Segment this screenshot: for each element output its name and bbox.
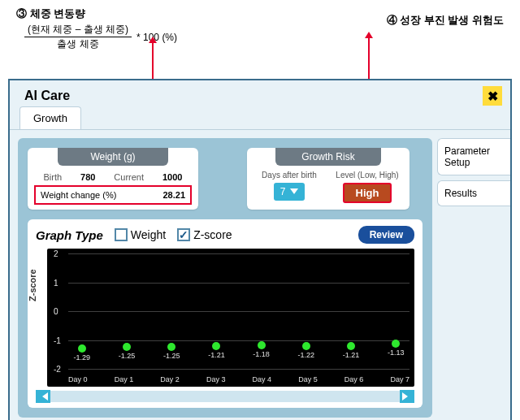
data-point [212,342,220,350]
days-dropdown[interactable]: 7 [274,183,306,201]
scroll-left-button[interactable] [36,390,50,403]
panel-title: AI Care [18,85,76,106]
data-point [123,343,131,351]
tab-growth[interactable]: Growth [20,106,81,129]
data-point [258,341,266,349]
annotation-4-title: ④ 성장 부진 발생 위험도 [387,13,504,51]
growth-risk-card: Growth Risk Days after birth 7 Level (Lo… [247,148,410,210]
chevron-down-icon [290,188,298,198]
data-point-label: -1.21 [343,351,360,359]
data-point-label: -1.29 [74,353,91,362]
close-button[interactable]: ✖ [483,86,502,106]
data-point [167,343,176,351]
gridline [68,253,410,254]
risk-level-badge: High [343,183,392,203]
data-point-label: -1.25 [163,352,180,360]
data-point [78,344,86,353]
level-label: Level (Low, High) [332,171,403,180]
checkbox-weight[interactable]: Weight [115,228,166,241]
x-tick: Day 6 [344,375,364,383]
data-point-label: -1.22 [298,351,315,359]
gridline [68,340,410,341]
gridline [68,311,410,312]
side-tab-results[interactable]: Results [437,180,510,206]
annotation-3-title: ③ 체중 변동량 [16,6,322,21]
current-label: Current [114,172,144,182]
data-point [347,342,355,350]
weight-card: Weight (g) Birth 780 Current 1000 Weight… [28,148,198,210]
review-button[interactable]: Review [358,226,414,244]
x-tick: Day 4 [253,375,272,383]
x-tick: Day 1 [115,375,134,383]
gridline [68,283,410,284]
weight-change-row: Weight change (%) 28.21 [34,185,192,205]
days-after-birth-label: Days after birth [254,171,325,180]
birth-value: 780 [80,172,95,182]
y-tick: 2 [54,249,58,258]
data-point-label: -1.25 [119,352,136,360]
weight-change-value: 28.21 [162,190,185,200]
chart-scrollbar[interactable] [36,390,414,403]
checkbox-icon [115,228,128,241]
birth-label: Birth [43,172,62,182]
side-tab-parameter-setup[interactable]: Parameter Setup [437,138,510,175]
current-value: 1000 [162,172,182,182]
y-tick: 0 [54,307,58,316]
weight-card-header: Weight (g) [58,148,169,166]
data-point [302,342,310,350]
data-point-label: -1.21 [208,351,225,359]
scroll-track[interactable] [50,391,400,402]
y-tick: -2 [54,365,61,374]
x-tick: Day 2 [160,375,180,383]
y-tick: 1 [54,278,58,287]
graph-section: Graph Type Weight Z-score Review Z-score [28,219,422,408]
data-point-label: -1.13 [388,349,405,357]
y-axis-label: Z-score [28,269,37,301]
x-tick: Day 0 [68,375,88,383]
data-point-label: -1.18 [253,350,270,358]
y-tick: -1 [54,336,61,344]
ai-care-panel: AI Care ✖ Growth Weight (g) Birth 780 Cu… [8,79,512,420]
data-point [392,340,400,348]
scroll-right-button[interactable] [400,390,414,403]
x-tick: Day 3 [206,375,226,383]
x-tick: Day 7 [390,375,410,383]
risk-card-header: Growth Risk [275,148,381,166]
checkbox-zscore[interactable]: Z-score [177,228,232,241]
gridline [68,369,410,370]
chart-area: -2-1012-1.29-1.25-1.25-1.21-1.18-1.22-1.… [47,249,414,387]
checkbox-checked-icon [177,228,190,241]
weight-change-label: Weight change (%) [41,190,116,200]
annotation-3-formula: (현재 체중 – 출생 체중) 출생 체중 * 100 (%) [24,23,322,51]
graph-type-label: Graph Type [36,228,103,242]
x-tick: Day 5 [298,375,318,383]
